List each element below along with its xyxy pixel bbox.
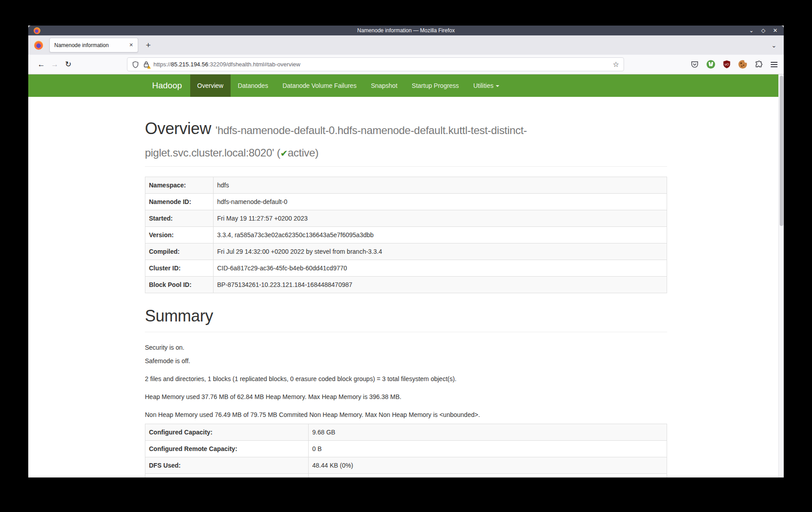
row-label: Block Pool ID: — [145, 277, 214, 293]
firefox-view-icon[interactable] — [34, 41, 43, 50]
summary-security-line: Security is on. — [145, 343, 667, 352]
tab-strip: Namenode information ✕ + ⌄ — [28, 35, 784, 55]
table-row: Version:3.3.4, ra585a73c3e02ac62350c1366… — [145, 227, 667, 243]
url-host: 85.215.194.56 — [171, 61, 208, 68]
url-bar[interactable]: https://85.215.194.56:32209/dfshealth.ht… — [127, 57, 624, 71]
back-button[interactable]: ← — [35, 60, 48, 69]
maximize-button[interactable]: ◇ — [761, 26, 765, 35]
chevron-down-icon — [496, 85, 499, 87]
bookmark-star-icon[interactable]: ☆ — [613, 60, 619, 69]
menu-hamburger-icon[interactable] — [771, 62, 777, 67]
nav-item-datanode-volume-failures[interactable]: Datanode Volume Failures — [275, 74, 364, 97]
window-controls: ⌄ ◇ ✕ — [749, 26, 777, 35]
row-label: Version: — [145, 227, 214, 243]
row-value: hdfs — [214, 177, 667, 194]
navbar-brand-hadoop[interactable]: Hadoop — [145, 74, 190, 97]
nav-item-snapshot[interactable]: Snapshot — [364, 74, 405, 97]
table-row: Namespace:hdfs — [145, 177, 667, 194]
ublock-origin-icon[interactable]: uO — [723, 60, 731, 69]
window-titlebar[interactable]: Namenode information — Mozilla Firefox ⌄… — [28, 26, 784, 35]
row-value: Fri May 19 11:27:57 +0200 2023 — [214, 210, 667, 227]
row-value: CID-6a817c29-ac36-45fc-b4eb-60dd41cd9770 — [214, 260, 667, 277]
firefox-window: Namenode information — Mozilla Firefox ⌄… — [28, 26, 784, 477]
table-row: Non DFS Used:119.56 KB — [145, 474, 667, 477]
extension-green-icon[interactable] — [707, 60, 715, 69]
tab-close-icon[interactable]: ✕ — [129, 42, 133, 48]
row-label: Namespace: — [145, 177, 214, 194]
table-row: Namenode ID:hdfs-namenode-default-0 — [145, 194, 667, 210]
new-tab-button[interactable]: + — [146, 40, 151, 50]
overview-header: Overview 'hdfs-namenode-default-0.hdfs-n… — [145, 117, 667, 167]
window-title: Namenode information — Mozilla Firefox — [28, 27, 784, 34]
active-check-icon: ✔ — [280, 148, 288, 158]
row-value: 9.68 GB — [309, 424, 667, 441]
table-row: Compiled:Fri Jul 29 14:32:00 +0200 2022 … — [145, 243, 667, 260]
extensions-puzzle-icon[interactable] — [755, 60, 763, 69]
page-title: Overview 'hdfs-namenode-default-0.hdfs-n… — [145, 117, 667, 162]
close-button[interactable]: ✕ — [773, 26, 777, 35]
reload-button[interactable]: ↻ — [61, 60, 75, 69]
summary-header: Summary — [145, 305, 667, 332]
row-value: hdfs-namenode-default-0 — [214, 194, 667, 210]
list-tabs-chevron-icon[interactable]: ⌄ — [771, 42, 777, 49]
row-value: BP-875134261-10.223.121.184-168448847098… — [214, 277, 667, 293]
browser-tab[interactable]: Namenode information ✕ — [49, 38, 138, 52]
row-value: 48.44 KB (0%) — [309, 457, 667, 474]
page-viewport: Hadoop Overview Datanodes Datanode Volum… — [28, 74, 784, 477]
overview-info-table: Namespace:hdfs Namenode ID:hdfs-namenode… — [145, 177, 667, 293]
summary-files-line: 2 files and directories, 1 blocks (1 rep… — [145, 374, 667, 383]
table-row: Cluster ID:CID-6a817c29-ac36-45fc-b4eb-6… — [145, 260, 667, 277]
url-path: :32209/dfshealth.html#tab-overview — [208, 61, 300, 68]
lock-warning-icon[interactable] — [143, 61, 149, 68]
url-scheme: https:// — [153, 61, 171, 68]
table-row: Block Pool ID:BP-875134261-10.223.121.18… — [145, 277, 667, 293]
table-row: Configured Remote Capacity:0 B — [145, 441, 667, 457]
pocket-icon[interactable] — [690, 60, 699, 69]
table-row: DFS Used:48.44 KB (0%) — [145, 457, 667, 474]
summary-heap-line: Heap Memory used 37.76 MB of 62.84 MB He… — [145, 392, 667, 401]
capacity-table: Configured Capacity:9.68 GB Configured R… — [145, 424, 667, 477]
tab-title: Namenode information — [54, 42, 126, 48]
row-label: Namenode ID: — [145, 194, 214, 210]
navigation-toolbar: ← → ↻ https://85.215.194.56:32209/df — [28, 55, 784, 74]
tracking-shield-icon[interactable] — [132, 61, 139, 68]
nav-item-overview[interactable]: Overview — [190, 74, 231, 97]
row-value: 3.3.4, ra585a73c3e02ac62350c136643a5e7f6… — [214, 227, 667, 243]
scrollbar-thumb[interactable] — [780, 76, 783, 226]
row-value: 119.56 KB — [309, 474, 667, 477]
row-value: 0 B — [309, 441, 667, 457]
forward-button[interactable]: → — [48, 60, 61, 69]
row-label: Started: — [145, 210, 214, 227]
table-row: Configured Capacity:9.68 GB — [145, 424, 667, 441]
summary-nonheap-line: Non Heap Memory used 76.49 MB of 79.75 M… — [145, 410, 667, 419]
summary-title: Summary — [145, 305, 667, 327]
svg-text:uO: uO — [725, 63, 729, 66]
mixed-content-warning-icon — [147, 65, 151, 69]
nav-item-startup-progress[interactable]: Startup Progress — [405, 74, 466, 97]
row-label: Non DFS Used: — [145, 474, 309, 477]
row-label: Configured Capacity: — [145, 424, 309, 441]
main-content: Overview 'hdfs-namenode-default-0.hdfs-n… — [145, 117, 667, 477]
hadoop-navbar: Hadoop Overview Datanodes Datanode Volum… — [28, 74, 784, 97]
row-label: DFS Used: — [145, 457, 309, 474]
url-text: https://85.215.194.56:32209/dfshealth.ht… — [153, 61, 300, 68]
status-badge: active — [288, 147, 315, 159]
cookie-icon[interactable] — [738, 60, 747, 69]
nav-item-utilities[interactable]: Utilities — [466, 74, 506, 97]
row-value: Fri Jul 29 14:32:00 +0200 2022 by stevel… — [214, 243, 667, 260]
row-label: Compiled: — [145, 243, 214, 260]
page-scrollbar[interactable] — [778, 74, 784, 477]
desktop-background: Namenode information — Mozilla Firefox ⌄… — [0, 0, 812, 512]
row-label: Cluster ID: — [145, 260, 214, 277]
table-row: Started:Fri May 19 11:27:57 +0200 2023 — [145, 210, 667, 227]
minimize-button[interactable]: ⌄ — [749, 26, 754, 35]
nav-item-datanodes[interactable]: Datanodes — [231, 74, 275, 97]
summary-safemode-line: Safemode is off. — [145, 356, 667, 365]
toolbar-extension-icons: uO — [690, 60, 777, 69]
row-label: Configured Remote Capacity: — [145, 441, 309, 457]
